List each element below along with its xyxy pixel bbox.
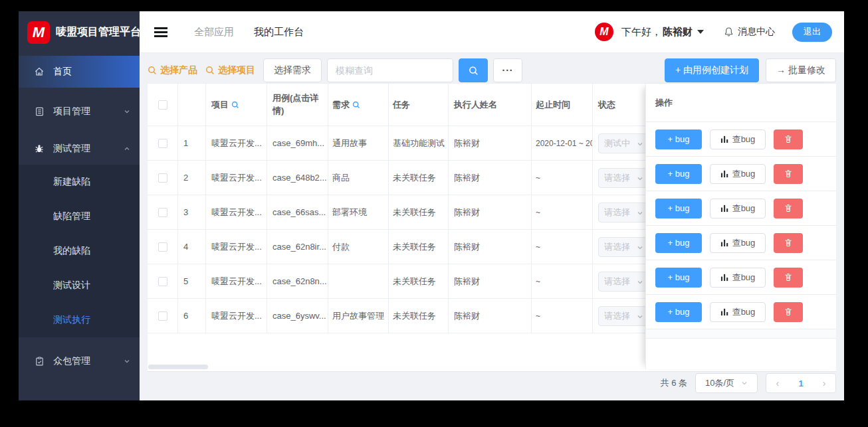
cell-project: 唛盟云开发... <box>206 195 267 230</box>
cell-time: ~ <box>532 230 593 264</box>
column-search-icon[interactable] <box>231 101 239 109</box>
view-bug-button[interactable]: 查bug <box>710 302 766 322</box>
cell-requirement: 付款 <box>328 230 389 264</box>
bar-chart-icon <box>720 169 729 178</box>
logout-button[interactable]: 退出 <box>792 23 832 42</box>
delete-button[interactable] <box>774 233 803 253</box>
chevron-down-icon <box>637 175 643 182</box>
batch-edit-button[interactable]: → 批量修改 <box>766 58 836 82</box>
status-select[interactable]: 请选择 <box>598 203 647 222</box>
row-checkbox[interactable] <box>158 311 167 321</box>
row-checkbox[interactable] <box>158 173 167 183</box>
page-size-select[interactable]: 10条/页 <box>695 373 758 393</box>
test-plan-table: 项目 用例(点击详情) 需求 任务 执行人姓名 起止时间 状态 <box>148 83 836 372</box>
prev-page-button[interactable]: ‹ <box>776 378 780 388</box>
row-checkbox[interactable] <box>158 242 167 252</box>
view-bug-button[interactable]: 查bug <box>710 268 766 288</box>
more-filters-button[interactable]: ··· <box>493 58 522 82</box>
sidebar-item-project-mgmt[interactable]: 项目管理 <box>19 96 140 128</box>
col-task: 任务 <box>389 84 449 126</box>
cell-executor: 陈裕财 <box>449 264 532 299</box>
delete-button[interactable] <box>774 164 803 184</box>
cell-time: ~ <box>532 299 593 333</box>
cell-usecase[interactable]: case_648b2... <box>267 161 328 195</box>
operation-row: + bug 查bug <box>646 191 836 226</box>
status-select[interactable]: 请选择 <box>598 272 647 292</box>
header-right: M 下午好，陈裕财 消息中心 退出 <box>595 23 832 42</box>
sidebar-item-new-defect[interactable]: 新建缺陷 <box>19 165 140 199</box>
delete-button[interactable] <box>774 268 803 288</box>
view-bug-button[interactable]: 查bug <box>710 199 766 218</box>
view-bug-button[interactable]: 查bug <box>710 233 766 253</box>
delete-button[interactable] <box>774 199 803 218</box>
sidebar-item-clipped[interactable] <box>19 392 140 400</box>
clipboard-check-icon <box>33 356 45 367</box>
delete-button[interactable] <box>774 302 803 322</box>
search-button[interactable] <box>459 58 488 82</box>
column-search-icon[interactable] <box>352 101 360 109</box>
bug-icon <box>33 143 45 154</box>
sidebar-item-defect-mgmt[interactable]: 缺陷管理 <box>19 199 140 234</box>
add-bug-button[interactable]: + bug <box>655 129 702 149</box>
cell-project: 唛盟云开发... <box>206 230 267 264</box>
col-operation: 操作 <box>646 84 836 122</box>
add-bug-button[interactable]: + bug <box>655 199 702 218</box>
cell-requirement <box>328 264 389 299</box>
operation-fixed-column: 操作 + bug 查bug + bug 查bug + bug 查bug <box>645 84 836 369</box>
status-select[interactable]: 测试中 <box>598 133 647 153</box>
cell-time: 2020-12-01 ~ 20 <box>532 126 593 161</box>
menu-toggle-icon[interactable] <box>154 27 167 37</box>
delete-button[interactable] <box>774 129 803 149</box>
add-bug-button[interactable]: + bug <box>655 268 702 288</box>
message-center-link[interactable]: 消息中心 <box>724 26 775 38</box>
row-checkbox[interactable] <box>158 277 167 286</box>
cell-usecase[interactable]: case_6yswv... <box>267 299 328 333</box>
add-bug-button[interactable]: + bug <box>655 233 702 253</box>
sidebar-item-test-execution[interactable]: 测试执行 <box>19 303 140 337</box>
cell-usecase[interactable]: case_69mh... <box>267 126 328 161</box>
fuzzy-search-input[interactable] <box>327 58 453 82</box>
row-checkbox[interactable] <box>158 139 167 148</box>
select-project-link[interactable]: 选择项目 <box>205 64 255 76</box>
view-bug-button[interactable]: 查bug <box>710 129 766 149</box>
select-product-link[interactable]: 选择产品 <box>148 64 197 76</box>
create-plan-from-case-button[interactable]: + 由用例创建计划 <box>665 58 759 82</box>
select-requirement-button[interactable]: 选择需求 <box>263 58 322 82</box>
col-time: 起止时间 <box>532 84 593 126</box>
chevron-down-icon <box>741 380 748 386</box>
cell-usecase[interactable]: case_66sas... <box>267 195 328 230</box>
horizontal-scrollbar-thumb[interactable] <box>148 365 208 369</box>
select-all-checkbox[interactable] <box>158 100 167 110</box>
sidebar-item-test-mgmt[interactable]: 测试管理 <box>19 133 140 165</box>
sidebar-item-home[interactable]: 首页 <box>19 56 140 88</box>
add-bug-button[interactable]: + bug <box>655 164 702 184</box>
cell-usecase[interactable]: case_62n8ir... <box>267 230 328 264</box>
body: 首页 项目管理 测试管理 新建 <box>19 53 844 400</box>
tab-all-apps[interactable]: 全部应用 <box>194 26 234 39</box>
project-doc-icon <box>33 106 45 117</box>
status-select[interactable]: 请选择 <box>598 306 647 326</box>
sidebar-item-label: 测试管理 <box>53 143 90 155</box>
user-avatar[interactable]: M <box>595 23 613 41</box>
operation-footer-strip <box>646 329 836 339</box>
next-page-button[interactable]: › <box>823 378 826 388</box>
chevron-down-icon <box>637 279 643 286</box>
col-usecase: 用例(点击详情) <box>267 84 328 126</box>
add-bug-button[interactable]: + bug <box>655 302 702 322</box>
cell-requirement: 通用故事 <box>328 126 389 161</box>
status-select[interactable]: 请选择 <box>598 168 647 188</box>
total-count: 共 6 条 <box>661 377 687 389</box>
user-greeting[interactable]: 下午好，陈裕财 <box>621 26 704 39</box>
sidebar-item-test-design[interactable]: 测试设计 <box>19 268 140 303</box>
trash-icon <box>784 169 793 179</box>
cell-usecase[interactable]: case_62n8n... <box>267 264 328 299</box>
view-bug-button[interactable]: 查bug <box>710 164 766 184</box>
status-select[interactable]: 请选择 <box>598 237 647 257</box>
brand-logo: M <box>27 21 50 44</box>
brand-area: M 唛盟项目管理平台 <box>19 11 140 53</box>
current-page[interactable]: 1 <box>798 379 803 388</box>
sidebar-item-crowdsourcing[interactable]: 众包管理 <box>19 345 140 377</box>
tab-my-workbench[interactable]: 我的工作台 <box>254 26 304 39</box>
sidebar-item-my-defects[interactable]: 我的缺陷 <box>19 234 140 268</box>
row-checkbox[interactable] <box>158 208 167 217</box>
